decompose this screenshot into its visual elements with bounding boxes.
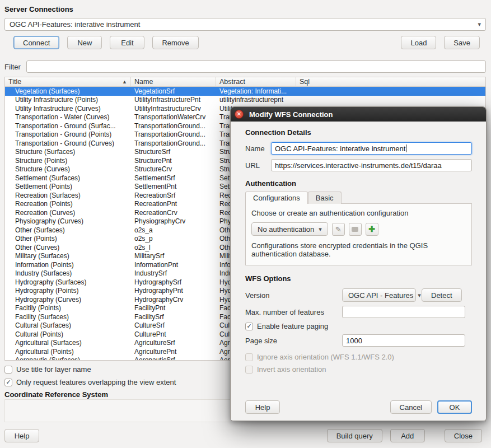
- dialog-titlebar[interactable]: ✕ Modify WFS Connection: [231, 107, 486, 122]
- server-connections-window: Server Connections OGC API-Features: int…: [0, 0, 491, 448]
- url-label: URL: [245, 161, 265, 170]
- toolbar-spacer: [207, 36, 394, 49]
- overlap-checkbox[interactable]: [4, 379, 12, 386]
- edit-button[interactable]: Edit: [110, 36, 144, 49]
- remove-auth-button[interactable]: [349, 223, 362, 236]
- dialog-footer: Help Cancel OK: [245, 400, 472, 415]
- tab-basic[interactable]: Basic: [308, 192, 342, 204]
- tab-configurations[interactable]: Configurations: [245, 192, 308, 204]
- auth-tabs: Configurations Basic: [245, 191, 472, 203]
- cell-title: Transportation - Water (Curves): [5, 113, 131, 121]
- cell-name: o2s_a: [131, 226, 216, 234]
- version-value: OGC API - Features: [348, 291, 413, 300]
- invert-axis-checkbox: [245, 366, 253, 374]
- cell-title: Recreation (Points): [5, 200, 131, 208]
- cell-name: AeronauticSrf: [131, 356, 216, 361]
- auth-hint-text: Choose or create an authentication confi…: [251, 209, 466, 217]
- use-title-checkbox[interactable]: [4, 366, 12, 374]
- pencil-icon: ✎: [335, 225, 342, 234]
- cell-title: Transportation - Ground (Curves): [5, 139, 131, 147]
- cell-name: CultureSrf: [131, 321, 216, 329]
- url-input[interactable]: https://services.interactive-instruments…: [271, 159, 472, 171]
- ignore-axis-label: Ignore axis orientation (WFS 1.1/WFS 2.0…: [257, 353, 394, 361]
- build-query-button[interactable]: Build query: [327, 429, 382, 442]
- cell-title: Other (Surfaces): [5, 226, 131, 234]
- dialog-body: Connection Details Name OGC API-Features…: [231, 122, 486, 421]
- paging-checkbox[interactable]: [245, 323, 253, 330]
- cell-name: RecreationSrf: [131, 192, 216, 199]
- detect-button[interactable]: Detect: [422, 288, 462, 302]
- cell-title: Facitily (Points): [5, 304, 131, 312]
- main-footer: Help Build query Add Close: [4, 429, 482, 442]
- table-row[interactable]: Vegetation (Surfaces) VegetationSrf Vege…: [5, 87, 485, 96]
- cell-title: Physiography (Curves): [5, 217, 131, 225]
- cell-name: TransportationWaterCrv: [131, 113, 216, 121]
- connection-select-value: OGC API-Features: interative instrument: [10, 20, 140, 29]
- cell-title: Structure (Curves): [5, 165, 131, 173]
- cell-title: Information (Points): [5, 261, 131, 269]
- cell-title: Facility (Surfaces): [5, 313, 131, 321]
- load-button[interactable]: Load: [401, 36, 436, 49]
- cell-title: Settlement (Points): [5, 183, 131, 190]
- version-select[interactable]: OGC API - Features ▾: [342, 288, 416, 302]
- cell-name: TransportationGround...: [131, 139, 216, 147]
- cell-name: UtilityInfrastructurePnt: [131, 96, 216, 104]
- ok-button[interactable]: OK: [437, 400, 472, 414]
- table-row[interactable]: Utility Infrastructure (Points) UtilityI…: [5, 96, 485, 105]
- chevron-down-icon: ▾: [478, 21, 481, 27]
- close-icon[interactable]: ✕: [235, 110, 244, 119]
- column-header-name[interactable]: Name: [131, 77, 216, 86]
- close-button[interactable]: Close: [445, 429, 482, 442]
- url-field-row: URL https://services.interactive-instrum…: [245, 159, 472, 171]
- filter-input[interactable]: [26, 60, 486, 73]
- paging-checkbox-row[interactable]: Enable feature paging: [245, 322, 472, 330]
- cell-title: Hydrography (Points): [5, 287, 131, 295]
- version-row: Version OGC API - Features ▾ Detect: [245, 288, 472, 302]
- cell-name: RecreationPnt: [131, 200, 216, 208]
- page-size-input[interactable]: [342, 334, 465, 347]
- new-button[interactable]: New: [67, 36, 102, 49]
- cell-name: SettlementSrf: [131, 174, 216, 182]
- ignore-axis-checkbox: [245, 353, 253, 361]
- cell-name: FacilityPnt: [131, 304, 216, 312]
- cell-name: AgricultureSrf: [131, 339, 216, 347]
- column-header-title[interactable]: Title ▲: [5, 77, 131, 86]
- connection-details-title: Connection Details: [245, 128, 472, 137]
- name-input[interactable]: OGC API-Features: interative instrument: [271, 142, 472, 155]
- cell-title: Recreation (Surfaces): [5, 192, 131, 199]
- overlap-checkbox-row[interactable]: Only request features overlapping the vi…: [4, 378, 176, 386]
- column-header-sql[interactable]: Sql: [296, 77, 485, 86]
- cell-name: TransportationGround...: [131, 130, 216, 138]
- cell-title: Structure (Surfaces): [5, 148, 131, 156]
- cell-title: Industry (Surfaces): [5, 269, 131, 277]
- chevron-down-icon: ▾: [418, 292, 421, 298]
- remove-button[interactable]: Remove: [152, 36, 198, 49]
- save-button[interactable]: Save: [444, 36, 480, 49]
- edit-auth-button[interactable]: ✎: [332, 223, 345, 236]
- cell-name: PhysiographyCrv: [131, 217, 216, 225]
- dialog-help-button[interactable]: Help: [245, 400, 280, 414]
- cell-name: CulturePnt: [131, 330, 216, 338]
- add-button[interactable]: Add: [390, 429, 425, 442]
- add-auth-button[interactable]: ✚: [366, 223, 378, 236]
- cell-title: Cultural (Surfaces): [5, 321, 131, 329]
- name-input-value: OGC API-Features: interative instrument: [275, 144, 405, 153]
- cell-title: Transportation - Ground (Surfac...: [5, 122, 131, 130]
- connect-button[interactable]: Connect: [13, 36, 59, 49]
- cell-title: Recreation (Curves): [5, 209, 131, 217]
- cell-title: Cultural (Points): [5, 330, 131, 338]
- cell-name: UtilityInfrastructureCrv: [131, 105, 216, 113]
- cell-name: InformationPnt: [131, 261, 216, 269]
- url-input-value: https://services.interactive-instruments…: [275, 161, 442, 170]
- column-header-abstract[interactable]: Abstract: [216, 77, 296, 86]
- auth-config-value: No authentication: [258, 225, 314, 234]
- plus-icon: ✚: [368, 225, 375, 233]
- auth-config-select[interactable]: No authentication ▾: [251, 222, 328, 236]
- cancel-button[interactable]: Cancel: [390, 400, 432, 414]
- connection-select[interactable]: OGC API-Features: interative instrument …: [4, 18, 486, 31]
- max-features-input[interactable]: [342, 306, 465, 318]
- help-button[interactable]: Help: [4, 429, 39, 442]
- use-title-checkbox-row[interactable]: Use title for layer name: [4, 365, 91, 374]
- cell-name: StructurePnt: [131, 157, 216, 165]
- table-header[interactable]: Title ▲ Name Abstract Sql: [5, 77, 485, 87]
